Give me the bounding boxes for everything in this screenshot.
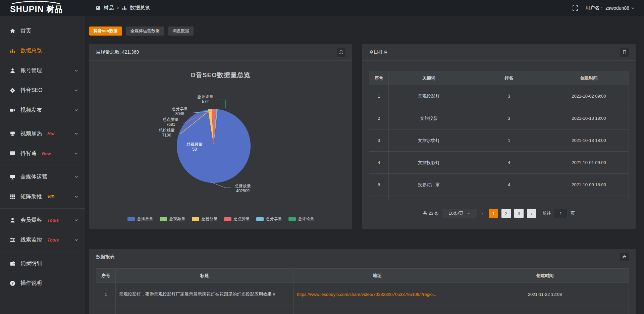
ranking-cell: 2021-10-01 09:00 <box>549 152 629 174</box>
pie-label-value: 7100 <box>159 133 175 138</box>
report-badge-button[interactable]: 表 <box>620 253 629 261</box>
sidebar-item-account-manage[interactable]: 账号管理 <box>0 61 85 81</box>
sidebar-item-consume-detail[interactable]: 消费明细 <box>0 254 85 273</box>
legend-item-总粉丝量[interactable]: 总粉丝量 <box>192 216 218 222</box>
sidebar-badge-vip: VIP <box>47 194 54 199</box>
ranking-cell: 3 <box>369 129 389 152</box>
goto-label: 前往 <box>542 210 551 216</box>
user-icon <box>10 68 15 73</box>
sidebar-badge-new: New <box>42 151 51 156</box>
sidebar-item-operation-guide[interactable]: ?操作说明 <box>0 273 85 293</box>
chevron-down-icon <box>74 195 78 199</box>
report-cell-index: 1 <box>96 283 116 306</box>
page-button-3[interactable]: 3 <box>514 209 524 218</box>
chevron-down-icon <box>74 238 78 242</box>
report-cell-url <box>293 306 461 314</box>
grid-icon <box>10 194 15 200</box>
app-logo[interactable]: SHUPIN 树品 <box>0 1 85 15</box>
pie-label-value: 7681 <box>163 122 179 127</box>
next-page-button[interactable]: › <box>527 209 536 218</box>
top-header: SHUPIN 树品 树品 > 数据总览 用户名：zswodun88 <box>0 0 644 16</box>
goto-suffix: 页 <box>571 210 575 216</box>
legend-item-总点赞量[interactable]: 总点赞量 <box>224 216 250 222</box>
svg-text:?: ? <box>11 281 13 285</box>
breadcrumb-root[interactable]: 树品 <box>104 5 114 11</box>
goto-page-input[interactable] <box>554 209 568 218</box>
ranking-badge-button[interactable]: 日 <box>620 48 629 57</box>
tab-bar: 抖音seo数据全媒体运营数据询盘数据 <box>89 27 636 36</box>
legend-swatch <box>256 217 264 221</box>
fullscreen-icon[interactable] <box>573 5 578 11</box>
sidebar-item-matrix-boost[interactable]: 矩阵助推VIP <box>0 187 85 207</box>
chart-title: D音SEO数据量总览 <box>89 71 352 80</box>
pie-chart-canvas <box>89 61 352 228</box>
ranking-row: 5投影灯厂家42021-10-09 18:00 <box>369 174 629 196</box>
report-col-header: 标题 <box>116 269 293 283</box>
logo-text-en: SHUPIN <box>10 4 44 14</box>
ranking-cell: 2021-10-02 09:00 <box>549 85 629 107</box>
overview-badge-button[interactable]: 总 <box>337 48 345 57</box>
ranking-panel-title: 今日排名 <box>369 49 388 55</box>
sidebar-item-label: 矩阵助推 <box>20 193 42 200</box>
username: zswodun88 <box>605 5 629 11</box>
chevron-down-icon <box>467 212 470 215</box>
legend-swatch <box>160 217 167 221</box>
report-cell-title: 景观投影灯，夜游景观投影灯厂家展示展示落花灯在花园里的灯光投影应用效果 # <box>116 283 293 306</box>
sidebar-item-label: 视频发布 <box>20 107 42 114</box>
pie-label-value: 572 <box>197 99 213 104</box>
breadcrumb-app-icon <box>96 6 101 10</box>
chevron-down-icon <box>74 218 78 222</box>
video-link[interactable]: https://www.iesdouyin.com/share/video/70… <box>297 292 436 297</box>
legend-swatch <box>224 217 231 221</box>
user-menu[interactable]: 用户名：zswodun88 <box>585 5 635 11</box>
question-icon: ? <box>10 280 15 286</box>
sidebar-item-label: 全媒体运营 <box>20 173 47 180</box>
sidebar-item-video-heat[interactable]: 视频加热Hot <box>0 124 85 144</box>
legend-item-总视频量[interactable]: 总视频量 <box>160 216 185 222</box>
sidebar-item-douyin-seo[interactable]: 抖音SEO <box>0 81 85 100</box>
legend-label: 总分享量 <box>266 216 282 222</box>
ranking-cell: 文旅投影 <box>389 107 469 129</box>
sidebar-item-data-overview[interactable]: 数据总览 <box>0 41 85 61</box>
report-cell-index <box>96 306 116 314</box>
sidebar-item-media-operation[interactable]: 全媒体运营 <box>0 167 85 187</box>
legend-swatch <box>192 217 199 221</box>
pie-label-name: 总视频量 <box>186 142 203 147</box>
prev-page-button[interactable]: ‹ <box>480 211 486 216</box>
ranking-cell: 2021-10-09 18:00 <box>549 174 629 196</box>
legend-item-总评论量[interactable]: 总评论量 <box>288 216 314 222</box>
sidebar-item-video-publish[interactable]: 视频发布 <box>0 100 85 120</box>
comment-icon <box>10 151 15 156</box>
pagination: 共 23 条 10条/页 ‹ 123 › 前往 <box>369 209 629 218</box>
ranking-cell: 投影灯厂家 <box>389 174 469 196</box>
pie-label-总点赞量: 总点赞量7681 <box>163 117 179 127</box>
tab-douyin-seo-data[interactable]: 抖音seo数据 <box>89 27 122 36</box>
ranking-row: 4文旅投影灯42021-10-01 09:00 <box>369 152 629 174</box>
sidebar-item-clue-monitor[interactable]: 线索监控Tools <box>0 230 85 250</box>
ranking-col-header: 关键词 <box>389 71 469 85</box>
page-button-1[interactable]: 1 <box>489 209 498 218</box>
home-icon <box>10 28 15 34</box>
page-size-select[interactable]: 10条/页 <box>442 209 477 218</box>
tab-inquiry-data[interactable]: 询盘数据 <box>168 27 194 36</box>
sidebar-item-label: 账号管理 <box>20 67 42 74</box>
logo-text-cn: 树品 <box>46 4 62 15</box>
legend-item-总分享量[interactable]: 总分享量 <box>256 216 282 222</box>
person-icon <box>10 217 15 223</box>
sidebar-item-label: 抖客通 <box>20 150 37 157</box>
ranking-panel: 今日排名 日 序号关键词排名创建时间 1景观投影灯32021-10-02 09:… <box>362 44 636 229</box>
report-panel: 数据报表 表 序号标题地址创建时间 1景观投影灯，夜游景观投影灯厂家展示展示落花… <box>89 249 636 314</box>
tab-media-operation-data[interactable]: 全媒体运营数据 <box>126 27 164 36</box>
legend-item-总播放量[interactable]: 总播放量 <box>127 216 153 222</box>
main-content: 抖音seo数据全媒体运营数据询盘数据 展现量总数: 421,369 总 D音SE… <box>85 16 644 314</box>
report-panel-title: 数据报表 <box>96 254 115 260</box>
sidebar-badge-tools: Tools <box>47 218 59 223</box>
report-table: 序号标题地址创建时间 1景观投影灯，夜游景观投影灯厂家展示展示落花灯在花园里的灯… <box>96 268 629 314</box>
sidebar-item-home[interactable]: 首页 <box>0 21 85 41</box>
ranking-cell: 景观投影灯 <box>389 85 469 107</box>
sidebar-item-douketong[interactable]: 抖客通New <box>0 144 85 163</box>
sidebar-item-member-baoke[interactable]: 会员爆客Tools <box>0 210 85 230</box>
chevron-down-icon <box>74 175 78 179</box>
page-button-2[interactable]: 2 <box>501 209 511 218</box>
sidebar-item-label: 首页 <box>20 28 31 35</box>
